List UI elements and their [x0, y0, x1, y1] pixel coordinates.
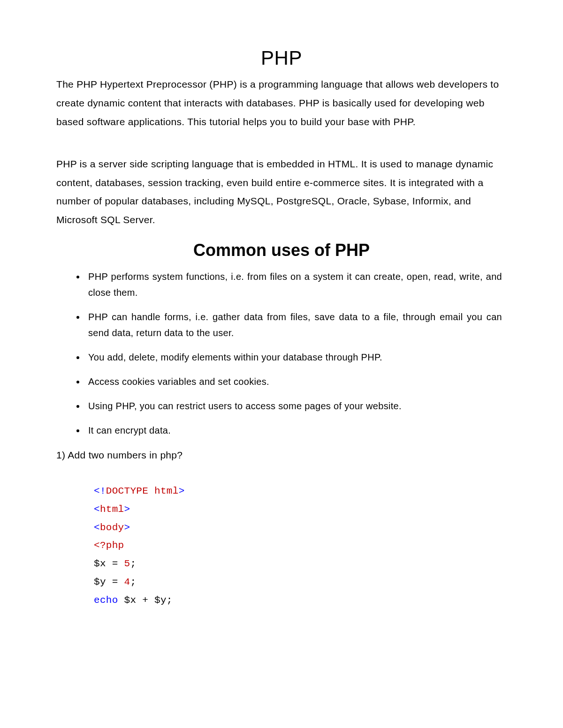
code-token: < [94, 522, 100, 533]
code-token: <? [94, 540, 106, 551]
code-token: body [100, 522, 124, 533]
code-line: $y = 4; [94, 573, 507, 592]
code-token: <! [94, 486, 106, 496]
code-token: 4 [124, 577, 130, 587]
code-token: $x + $y; [118, 595, 173, 606]
code-token: > [124, 504, 130, 515]
code-line: <body> [94, 519, 507, 537]
list-item: Access cookies variables and set cookies… [85, 374, 502, 390]
list-item: Using PHP, you can restrict users to acc… [85, 398, 502, 414]
code-token: < [94, 504, 100, 515]
code-token: ; [130, 558, 136, 569]
code-block: <!DOCTYPE html> <html> <body> <?php $x =… [94, 482, 507, 610]
section-heading: Common uses of PHP [56, 240, 507, 260]
page-title: PHP [56, 47, 507, 69]
code-token: > [124, 522, 130, 533]
code-token: php [106, 540, 124, 551]
code-token: $y = [94, 577, 124, 587]
code-token: 5 [124, 558, 130, 569]
list-item: PHP can handle forms, i.e. gather data f… [85, 309, 502, 341]
code-line: <?php [94, 537, 507, 555]
question-text: 1) Add two numbers in php? [56, 447, 507, 464]
code-token: html [148, 486, 179, 496]
code-token: DOCTYPE [106, 486, 148, 496]
list-item: You add, delete, modify elements within … [85, 349, 502, 365]
code-token: ; [130, 577, 136, 587]
code-line: <html> [94, 501, 507, 519]
uses-list: PHP performs system functions, i.e. from… [85, 269, 507, 438]
list-item: PHP performs system functions, i.e. from… [85, 269, 502, 300]
code-token: > [179, 486, 185, 496]
second-paragraph: PHP is a server side scripting language … [56, 155, 507, 230]
code-token: $x = [94, 558, 124, 569]
code-line: echo $x + $y; [94, 592, 507, 610]
intro-paragraph: The PHP Hypertext Preprocessor (PHP) is … [56, 75, 507, 131]
list-item: It can encrypt data. [85, 422, 502, 438]
code-token: echo [94, 595, 118, 606]
code-line: <!DOCTYPE html> [94, 482, 507, 501]
code-token: html [100, 504, 124, 515]
code-line: $x = 5; [94, 555, 507, 573]
